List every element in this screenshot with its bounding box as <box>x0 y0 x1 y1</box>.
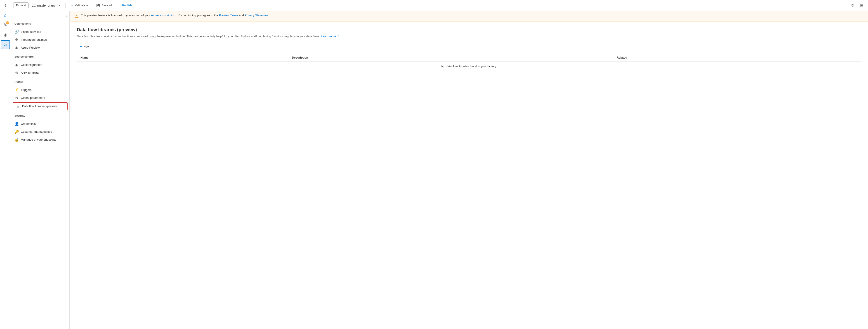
branch-chevron-icon: ∨ <box>59 4 61 7</box>
connections-section-label: Connections <box>11 19 69 27</box>
branch-label: master branch <box>37 4 57 7</box>
toolbar-divider-1 <box>65 3 66 8</box>
monitor-icon: ◉ <box>4 32 7 37</box>
preview-terms-link[interactable]: Preview Terms <box>219 13 238 17</box>
home-nav-item[interactable]: ⌂ <box>1 10 10 20</box>
table-header-row: Name Description Related <box>77 54 861 62</box>
data-flow-libraries-icon: ⊟ <box>16 104 20 108</box>
column-header-name: Name <box>77 54 288 62</box>
expand-button[interactable]: Expand <box>13 2 29 8</box>
main-panel: ⚠ This preview feature is licensed to yo… <box>70 11 868 329</box>
refresh-button[interactable]: ↻ <box>849 2 856 9</box>
column-header-related: Related <box>613 54 861 62</box>
author-nav-item[interactable]: ✎ + <box>1 20 10 29</box>
grid-icon: ⊞ <box>860 3 864 8</box>
git-configuration-icon: ◆ <box>14 63 19 67</box>
learn-more-link[interactable]: Learn more ↗ <box>321 35 339 38</box>
column-header-description: Description <box>288 54 613 62</box>
source-control-section-label: Source control <box>11 52 69 60</box>
refresh-icon: ↻ <box>851 3 855 8</box>
integration-runtimes-label: Integration runtimes <box>21 38 47 41</box>
sidebar-item-managed-private-endpoints[interactable]: 🔒 Managed private endpoints <box>11 136 69 144</box>
sidebar: « Connections 🔗 Linked services ⚙ Integr… <box>11 11 70 329</box>
author-section-label: Author <box>11 77 69 85</box>
warning-icon: ⚠ <box>75 14 79 19</box>
new-button[interactable]: + New <box>77 43 92 50</box>
security-section-label: Security <box>11 111 69 119</box>
manage-nav-item[interactable]: 🗂 <box>1 40 10 49</box>
preview-banner: ⚠ This preview feature is licensed to yo… <box>70 11 868 22</box>
collapse-rail-button[interactable]: ❯ <box>1 2 10 8</box>
sidebar-item-global-parameters[interactable]: ⊜ Global parameters <box>11 94 69 102</box>
data-flow-libraries-label: Data flow libraries (preview) <box>22 104 58 108</box>
table-empty-row: No data flow libraries found in your fac… <box>77 62 861 71</box>
azure-subscription-link[interactable]: Azure subscription <box>151 13 175 17</box>
toolbar: Expand ⎇ master branch ∨ ✓ Validate all … <box>11 0 868 11</box>
source-control-divider <box>14 60 66 60</box>
customer-managed-key-icon: 🔑 <box>14 129 19 134</box>
sidebar-item-data-flow-libraries[interactable]: ⊟ Data flow libraries (preview) <box>13 102 68 110</box>
git-icon: ⎇ <box>32 4 36 7</box>
home-icon: ⌂ <box>4 12 6 18</box>
connections-divider <box>14 27 66 27</box>
arm-template-icon: ⊛ <box>14 70 19 75</box>
triggers-label: Triggers <box>21 88 31 92</box>
icon-rail: ❯ ⌂ ✎ + ◉ 🗂 <box>0 0 11 329</box>
page-content: Data flow libraries (preview) Data flow … <box>70 22 868 77</box>
page-title: Data flow libraries (preview) <box>77 27 861 32</box>
collapse-icon: « <box>66 13 68 18</box>
new-button-label: New <box>84 45 89 48</box>
linked-services-label: Linked services <box>21 30 41 33</box>
sidebar-item-arm-template[interactable]: ⊛ ARM template <box>11 69 69 77</box>
sidebar-item-linked-services[interactable]: 🔗 Linked services <box>11 28 69 36</box>
banner-text: This preview feature is licensed to you … <box>81 13 270 17</box>
azure-purview-icon: ◉ <box>14 46 19 50</box>
arm-template-label: ARM template <box>21 71 39 74</box>
managed-private-endpoints-label: Managed private endpoints <box>21 138 56 141</box>
git-configuration-label: Git configuration <box>21 63 42 66</box>
double-chevron-icon: ❯ <box>4 3 7 7</box>
sidebar-item-triggers[interactable]: ⚡ Triggers <box>11 86 69 94</box>
sidebar-item-customer-managed-key[interactable]: 🔑 Customer managed key <box>11 128 69 136</box>
global-parameters-icon: ⊜ <box>14 96 19 100</box>
save-all-label: Save all <box>101 4 112 7</box>
validate-all-button[interactable]: ✓ Validate all <box>68 2 92 8</box>
publish-label: Publish <box>122 4 132 7</box>
sidebar-item-azure-purview[interactable]: ◉ Azure Purview <box>11 43 69 52</box>
azure-purview-label: Azure Purview <box>21 46 40 49</box>
credentials-icon: 👤 <box>14 122 19 126</box>
customer-managed-key-label: Customer managed key <box>21 130 52 133</box>
integration-runtimes-icon: ⚙ <box>14 37 19 42</box>
publish-button[interactable]: ↑ Publish <box>116 2 134 8</box>
credentials-label: Credentials <box>21 122 36 125</box>
global-parameters-label: Global parameters <box>21 96 45 99</box>
sidebar-item-integration-runtimes[interactable]: ⚙ Integration runtimes <box>11 36 69 43</box>
save-all-button[interactable]: 💾 Save all <box>94 2 115 8</box>
sidebar-collapse-button[interactable]: « <box>11 13 69 19</box>
empty-state-message: No data flow libraries found in your fac… <box>77 62 861 71</box>
triggers-icon: ⚡ <box>14 88 19 92</box>
toolbar-right-actions: ↻ ⊞ <box>849 2 865 9</box>
publish-icon: ↑ <box>119 4 121 7</box>
page-description: Data flow libraries contain custom funct… <box>77 34 861 39</box>
managed-private-endpoints-icon: 🔒 <box>14 138 19 142</box>
data-flow-libraries-table: Name Description Related No data flow li… <box>77 54 861 71</box>
grid-button[interactable]: ⊞ <box>858 2 865 9</box>
content-area: « Connections 🔗 Linked services ⚙ Integr… <box>11 11 868 329</box>
sidebar-item-credentials[interactable]: 👤 Credentials <box>11 120 69 128</box>
privacy-statement-link[interactable]: Privacy Statement <box>245 13 269 17</box>
sidebar-item-git-configuration[interactable]: ◆ Git configuration <box>11 61 69 69</box>
briefcase-icon: 🗂 <box>3 42 7 47</box>
plus-icon: + <box>80 44 82 49</box>
monitor-nav-item[interactable]: ◉ <box>1 30 10 39</box>
validate-icon: ✓ <box>71 4 74 7</box>
author-badge: + <box>6 21 9 24</box>
security-divider <box>14 119 66 119</box>
linked-services-icon: 🔗 <box>14 30 19 34</box>
branch-selector[interactable]: ⎇ master branch ∨ <box>30 3 62 8</box>
save-icon: 💾 <box>96 4 100 7</box>
validate-all-label: Validate all <box>75 4 89 7</box>
